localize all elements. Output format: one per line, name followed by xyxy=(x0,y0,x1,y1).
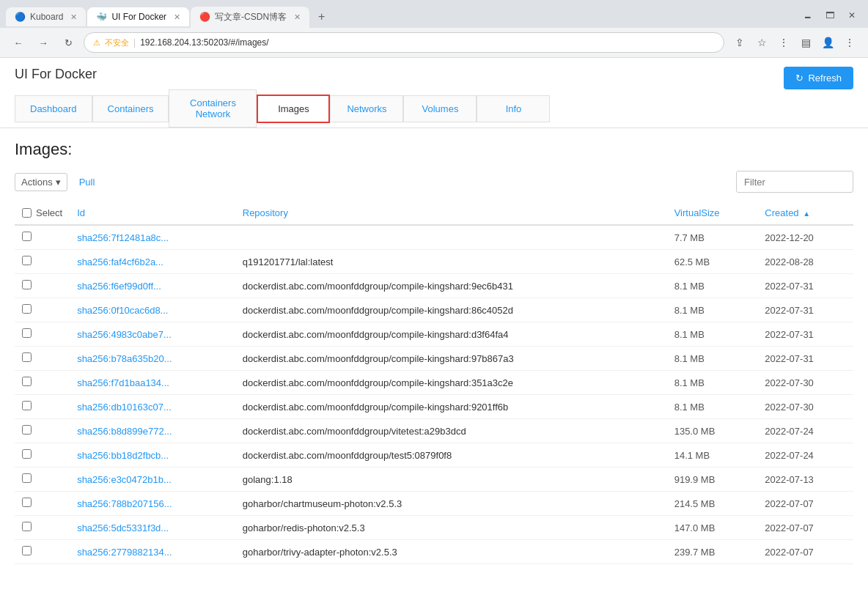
size-text: 8.1 MB xyxy=(674,353,705,364)
id-link[interactable]: sha256:4983c0abe7... xyxy=(77,329,172,340)
reload-button[interactable]: ↻ xyxy=(59,33,78,52)
row-created: 2022-07-30 xyxy=(757,371,853,395)
tab-containers[interactable]: Containers xyxy=(92,95,169,122)
date-text: 2022-07-07 xyxy=(765,522,814,533)
row-checkbox[interactable] xyxy=(22,280,32,289)
row-checkbox[interactable] xyxy=(22,304,32,314)
pull-button[interactable]: Pull xyxy=(79,177,95,188)
forward-button[interactable]: → xyxy=(34,33,53,52)
row-checkbox[interactable] xyxy=(22,256,32,265)
tab-close-kuboard[interactable]: ✕ xyxy=(70,12,77,22)
maximize-button[interactable]: 🗖 xyxy=(820,7,840,23)
id-link[interactable]: sha256:2779882134... xyxy=(77,547,172,558)
row-virtualsize: 8.1 MB xyxy=(667,347,758,371)
filter-input[interactable] xyxy=(736,171,853,193)
new-tab-button[interactable]: + xyxy=(311,6,332,28)
row-checkbox[interactable] xyxy=(22,352,32,362)
row-checkbox[interactable] xyxy=(22,401,32,410)
cast-icon[interactable]: ⇪ xyxy=(730,33,749,52)
menu-icon[interactable]: ⋮ xyxy=(774,33,793,52)
minimize-button[interactable]: 🗕 xyxy=(798,7,818,23)
repo-text: dockerdist.abc.com/moonfddgroup/test5:08… xyxy=(243,450,452,461)
row-checkbox-cell xyxy=(15,443,70,468)
tab-favicon-csdn: 🔴 xyxy=(199,12,210,22)
tab-networks[interactable]: Networks xyxy=(330,95,403,122)
date-text: 2022-08-28 xyxy=(765,256,814,267)
row-virtualsize: 214.5 MB xyxy=(667,492,758,516)
id-link[interactable]: sha256:5dc5331f3d... xyxy=(77,522,169,533)
tab-close-csdn[interactable]: ✕ xyxy=(294,12,301,22)
back-button[interactable]: ← xyxy=(9,33,28,52)
tab-info[interactable]: Info xyxy=(477,95,550,122)
size-text: 8.1 MB xyxy=(674,305,705,316)
tab-ui-docker[interactable]: 🐳 UI For Docker ✕ xyxy=(87,7,189,26)
row-virtualsize: 147.0 MB xyxy=(667,516,758,540)
size-text: 7.7 MB xyxy=(674,232,705,243)
row-checkbox[interactable] xyxy=(22,425,32,435)
actions-button[interactable]: Actions ▾ xyxy=(15,173,67,191)
tab-dashboard[interactable]: Dashboard xyxy=(15,95,92,122)
tab-kuboard[interactable]: 🔵 Kuboard ✕ xyxy=(6,7,86,26)
date-text: 2022-07-07 xyxy=(765,547,814,558)
id-link[interactable]: sha256:b78a635b20... xyxy=(77,353,172,364)
id-link[interactable]: sha256:f7d1baa134... xyxy=(77,377,169,388)
id-link[interactable]: sha256:f6ef99d0ff... xyxy=(77,281,161,292)
row-id: sha256:f7d1baa134... xyxy=(70,371,235,395)
size-text: 8.1 MB xyxy=(674,402,705,413)
select-all-checkbox[interactable] xyxy=(22,208,32,218)
row-checkbox[interactable] xyxy=(22,546,32,555)
tab-close-docker[interactable]: ✕ xyxy=(174,12,180,22)
table-row: sha256:b78a635b20... dockerdist.abc.com/… xyxy=(15,347,853,371)
size-text: 135.0 MB xyxy=(674,426,716,437)
row-checkbox[interactable] xyxy=(22,232,32,241)
table-row: sha256:bb18d2fbcb... dockerdist.abc.com/… xyxy=(15,443,853,468)
id-link[interactable]: sha256:bb18d2fbcb... xyxy=(77,450,169,461)
id-link[interactable]: sha256:788b207156... xyxy=(77,498,172,509)
close-button[interactable]: ✕ xyxy=(842,7,862,23)
refresh-button[interactable]: ↻ Refresh xyxy=(784,67,853,89)
col-size-label: VirtualSize xyxy=(674,207,720,218)
row-checkbox[interactable] xyxy=(22,522,32,531)
row-checkbox[interactable] xyxy=(22,328,32,338)
row-checkbox[interactable] xyxy=(22,377,32,386)
row-repository: goharbor/trivy-adapter-photon:v2.5.3 xyxy=(235,540,667,564)
row-checkbox-cell xyxy=(15,371,70,395)
row-virtualsize: 239.7 MB xyxy=(667,540,758,564)
repo-text: dockerdist.abc.com/moonfddgroup/compile-… xyxy=(243,281,513,292)
tab-label: Dashboard xyxy=(30,103,77,114)
address-input[interactable]: ⚠ 不安全 | 192.168.204.13:50203/#/images/ xyxy=(84,32,724,53)
row-id: sha256:4983c0abe7... xyxy=(70,322,235,347)
browser-chrome: 🔵 Kuboard ✕ 🐳 UI For Docker ✕ 🔴 写文章-CSDN… xyxy=(0,0,868,58)
col-virtualsize[interactable]: VirtualSize xyxy=(667,202,758,225)
more-icon[interactable]: ⋮ xyxy=(840,33,859,52)
tab-favicon: 🔵 xyxy=(15,12,26,22)
row-checkbox[interactable] xyxy=(22,473,32,483)
address-bar: ← → ↻ ⚠ 不安全 | 192.168.204.13:50203/#/ima… xyxy=(0,28,868,57)
row-checkbox-cell xyxy=(15,492,70,516)
row-checkbox[interactable] xyxy=(22,498,32,507)
row-checkbox[interactable] xyxy=(22,449,32,459)
id-link[interactable]: sha256:db10163c07... xyxy=(77,402,172,413)
size-text: 214.5 MB xyxy=(674,498,716,509)
tab-volumes[interactable]: Volumes xyxy=(403,95,477,122)
row-checkbox-cell xyxy=(15,322,70,347)
row-created: 2022-07-31 xyxy=(757,347,853,371)
col-created[interactable]: Created ▲ xyxy=(757,202,853,225)
sidebar-icon[interactable]: ▤ xyxy=(796,33,815,52)
id-link[interactable]: sha256:7f12481a8c... xyxy=(77,232,169,243)
row-created: 2022-07-31 xyxy=(757,298,853,322)
row-repository: golang:1.18 xyxy=(235,468,667,492)
table-row: sha256:2779882134... goharbor/trivy-adap… xyxy=(15,540,853,564)
tab-images[interactable]: Images xyxy=(257,95,330,123)
date-text: 2022-07-31 xyxy=(765,353,814,364)
bookmark-icon[interactable]: ☆ xyxy=(752,33,771,52)
id-link[interactable]: sha256:faf4cf6b2a... xyxy=(77,256,163,267)
id-link[interactable]: sha256:e3c0472b1b... xyxy=(77,474,172,485)
tab-containers-network[interactable]: ContainersNetwork xyxy=(169,89,257,128)
id-link[interactable]: sha256:b8d899e772... xyxy=(77,426,172,437)
id-link[interactable]: sha256:0f10cac6d8... xyxy=(77,305,168,316)
tab-csdn[interactable]: 🔴 写文章-CSDN博客 ✕ xyxy=(191,7,309,28)
account-icon[interactable]: 👤 xyxy=(818,33,837,52)
row-checkbox-cell xyxy=(15,274,70,298)
repo-text: goharbor/chartmuseum-photon:v2.5.3 xyxy=(243,498,402,509)
